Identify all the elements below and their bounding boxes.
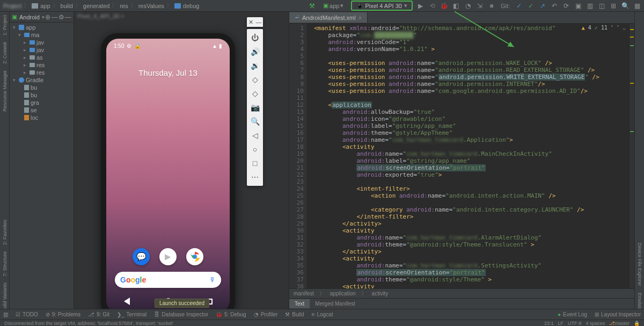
caret-position[interactable]: 23:1	[544, 321, 554, 326]
tool-layout-inspector[interactable]: ⊞Layout Inspector	[595, 311, 641, 317]
editor-marker-stripe[interactable]	[629, 24, 634, 288]
messages-app-icon[interactable]: 💬	[133, 248, 150, 265]
editor-inspections-icon[interactable]: ⌄	[623, 25, 626, 31]
google-search-bar[interactable]: Google 🎙	[115, 272, 221, 288]
tree-item[interactable]: loc	[10, 114, 74, 121]
git-history-icon[interactable]: ↶	[551, 2, 558, 10]
tree-item[interactable]: ▸res	[10, 69, 74, 76]
subtab-merged[interactable]: Merged Manifest	[310, 299, 360, 308]
avd-manager-icon[interactable]: ▣	[574, 2, 582, 10]
indent[interactable]: 4 spaces	[586, 321, 605, 326]
tool-git[interactable]: ⎇9: Git	[88, 311, 109, 317]
git-push-icon[interactable]: ↗	[539, 2, 546, 10]
emulator-side-controls: ⏻ 🔊 🔉 ◇ ◇ 📷 🔍 ◁ ○ □ ⋯	[247, 29, 263, 186]
git-commit-icon[interactable]: ✓	[527, 2, 535, 10]
search-everywhere-icon[interactable]: 🔍	[621, 2, 629, 10]
editor-breadcrumbs[interactable]: manifest〉 application〉 activity	[289, 288, 634, 298]
project-target-icon[interactable]: ⊕	[45, 13, 52, 21]
tool-problems[interactable]: ⊘9: Problems	[46, 311, 80, 317]
power-icon[interactable]: ⏻	[250, 32, 260, 43]
tool-window-icon[interactable]: ▥	[3, 311, 8, 317]
git-branch[interactable]: master	[614, 321, 630, 326]
tree-item[interactable]: bu	[10, 91, 74, 99]
emu-minimize-icon[interactable]: —	[256, 19, 262, 25]
zoom-icon[interactable]: 🔍	[250, 116, 260, 127]
tree-item[interactable]: bu	[10, 84, 74, 91]
project-hide-icon[interactable]: —	[64, 13, 71, 21]
project-view-dropdown[interactable]: Android	[19, 14, 40, 20]
editor-tab-manifest[interactable]: ⩫ AndroidManifest.xml ×	[289, 12, 368, 23]
run-icon[interactable]: ▶	[417, 2, 425, 10]
profile-icon[interactable]: ◔	[464, 2, 472, 10]
more-icon[interactable]: ⋯	[250, 172, 260, 183]
tree-item[interactable]: ▸jav	[10, 46, 74, 54]
device-screen[interactable]: 1:50⚙🔒 ▲▮ Thursday, Jul 13 💬 ▶ Google	[106, 39, 230, 313]
play-store-app-icon[interactable]: ▶	[159, 248, 177, 265]
tree-item[interactable]: ▾app	[10, 24, 74, 31]
tree-item[interactable]: se	[10, 106, 74, 114]
project-collapse-icon[interactable]: —	[51, 13, 58, 21]
project-settings-icon[interactable]: ⚙	[58, 13, 65, 21]
tree-item[interactable]: ▸as	[10, 54, 74, 61]
apply-changes-icon[interactable]: ⟲	[429, 2, 436, 10]
debug-icon[interactable]: 🐞	[441, 2, 448, 10]
encoding[interactable]: UTF-8	[568, 321, 582, 326]
tree-item[interactable]: ▸res	[10, 61, 74, 69]
resource-manager-icon[interactable]: ◫	[598, 2, 605, 10]
tool-profiler[interactable]: ◔Profiler	[254, 311, 278, 317]
tool-commit[interactable]: 2: Commit	[2, 42, 8, 64]
code-editor[interactable]: 1234567891011121314151617181920212223242…	[289, 24, 634, 288]
rotate-left-icon[interactable]: ◇	[250, 74, 260, 85]
chrome-app-icon[interactable]	[186, 248, 203, 265]
run-config-dropdown[interactable]: ▣ app▾	[320, 2, 347, 10]
tree-item[interactable]: ▾ma	[10, 31, 74, 39]
tool-logcat[interactable]: ≡Logcat	[312, 311, 333, 317]
camera-icon[interactable]: 📷	[250, 102, 260, 113]
attach-debugger-icon[interactable]: ⇲	[476, 2, 484, 10]
lock-icon[interactable]: 🔒	[634, 321, 640, 326]
overview-icon[interactable]: □	[250, 158, 260, 169]
git-update-icon[interactable]: ✓	[515, 2, 523, 10]
git-label: Git:	[501, 3, 510, 9]
layout-inspector-icon[interactable]: ⊞	[610, 2, 617, 10]
coverage-icon[interactable]: ◧	[452, 2, 460, 10]
line-gutter: 1234567891011121314151617181920212223242…	[289, 24, 308, 288]
tool-db-inspector[interactable]: 🗄Database Inspector	[154, 311, 208, 317]
git-rollback-icon[interactable]: ⟳	[562, 2, 570, 10]
left-tool-stripe: 1: Project 2: Commit Resource Manager 2:…	[0, 12, 10, 315]
nav-back-icon[interactable]	[124, 298, 130, 305]
sdk-manager-icon[interactable]: ▥	[586, 2, 594, 10]
tool-eventlog[interactable]: ●Event Log	[558, 311, 587, 317]
tool-build-variants[interactable]: Build Variants	[2, 282, 8, 312]
settings-icon[interactable]: ▦	[633, 2, 641, 10]
tree-item[interactable]: gra	[10, 99, 74, 106]
line-sep[interactable]: LF	[558, 321, 564, 326]
tool-terminal[interactable]: ❯_Terminal	[117, 311, 147, 317]
home-icon[interactable]: ○	[250, 144, 260, 155]
tool-build[interactable]: ⚒Build	[285, 311, 304, 317]
rotate-right-icon[interactable]: ◇	[250, 88, 260, 99]
subtab-text[interactable]: Text	[289, 299, 310, 308]
tool-todo[interactable]: ☑TODO	[16, 311, 38, 317]
tool-favorites[interactable]: 2: Favorites	[2, 220, 8, 245]
tool-project[interactable]: 1: Project	[2, 15, 8, 35]
emulator-tab[interactable]: Pixel_4_API_30 ×	[77, 13, 125, 19]
emu-close-icon[interactable]: ✕	[248, 19, 253, 26]
tree-item[interactable]: ▾Gradle	[10, 76, 74, 84]
project-panel: ▣ Android ▾ ⊕ — ⚙ — ▾app▾ma▸jav▸jav▸as▸r…	[10, 12, 74, 309]
stop-icon[interactable]: ■	[488, 2, 495, 10]
device-selector[interactable]: 📱 Pixel 4 API 30▾	[351, 1, 413, 11]
tool-resource-manager[interactable]: Resource Manager	[2, 70, 8, 112]
project-tree[interactable]: ▾app▾ma▸jav▸jav▸as▸res▸res▾Gradlebubugra…	[10, 23, 74, 122]
tool-structure[interactable]: 7: Structure	[2, 251, 8, 277]
tool-device-file-explorer[interactable]: Device File Explorer	[637, 243, 642, 286]
tool-debug[interactable]: 🐞5: Debug	[216, 311, 246, 317]
vol-up-icon[interactable]: 🔊	[250, 46, 260, 57]
tree-item[interactable]: ▸jav	[10, 39, 74, 46]
close-tab-icon[interactable]: ×	[358, 15, 362, 21]
top-toolbar: Project 〉 app〉 build〉 generated〉 res〉 re…	[0, 0, 644, 12]
vol-down-icon[interactable]: 🔉	[250, 60, 260, 71]
editor-area: ⩫ AndroidManifest.xml × 1234567891011121…	[289, 12, 634, 309]
back-icon[interactable]: ◁	[250, 130, 260, 141]
build-icon[interactable]: ⚒	[308, 2, 316, 10]
